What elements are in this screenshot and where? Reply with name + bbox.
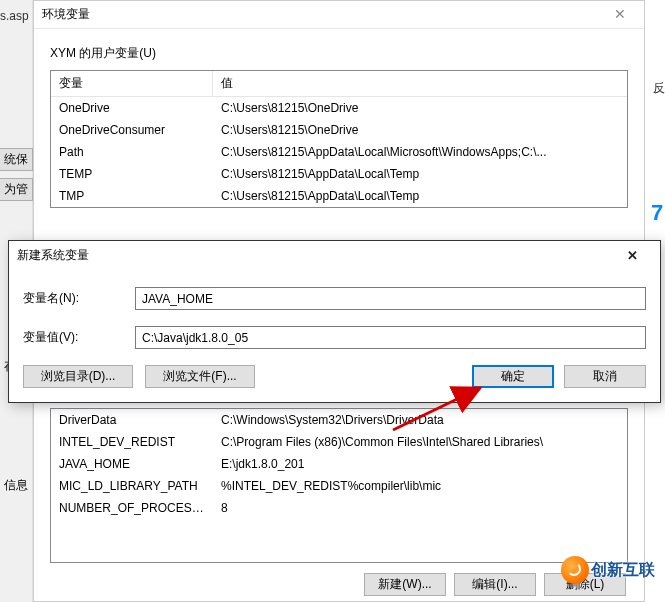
header-value[interactable]: 值 (213, 71, 627, 96)
var-value-label: 变量值(V): (23, 329, 135, 346)
cancel-button[interactable]: 取消 (564, 365, 646, 388)
table-row[interactable]: DriverDataC:\Windows\System32\Drivers\Dr… (51, 409, 627, 431)
env-title: 环境变量 (42, 6, 90, 23)
table-row[interactable]: OneDriveConsumerC:\Users\81215\OneDrive (51, 119, 627, 141)
var-name-input[interactable] (135, 287, 646, 310)
new-var-titlebar: 新建系统变量 ✕ (9, 241, 660, 269)
browse-dir-button[interactable]: 浏览目录(D)... (23, 365, 133, 388)
env-titlebar: 环境变量 ✕ (34, 1, 644, 29)
left-btn-1[interactable]: 统保 (0, 148, 33, 171)
ok-button[interactable]: 确定 (472, 365, 554, 388)
close-icon[interactable]: ✕ (600, 3, 640, 25)
table-row[interactable]: INTEL_DEV_REDISTC:\Program Files (x86)\C… (51, 431, 627, 453)
table-row[interactable]: JAVA_HOMEE:\jdk1.8.0_201 (51, 453, 627, 475)
table-header: 变量 值 (51, 71, 627, 97)
user-vars-table[interactable]: 变量 值 OneDriveC:\Users\81215\OneDrive One… (50, 70, 628, 208)
right-blue-fragment: 7 (651, 200, 665, 220)
table-row[interactable]: TMPC:\Users\81215\AppData\Local\Temp (51, 185, 627, 207)
asp-fragment: s.asp (0, 9, 29, 23)
header-name[interactable]: 变量 (51, 71, 213, 96)
table-row[interactable]: MIC_LD_LIBRARY_PATH%INTEL_DEV_REDIST%com… (51, 475, 627, 497)
user-vars-label: XYM 的用户变量(U) (50, 45, 628, 62)
close-icon[interactable]: ✕ (612, 244, 652, 266)
browse-file-button[interactable]: 浏览文件(F)... (145, 365, 255, 388)
feedback-fragment: 反 (653, 80, 665, 97)
new-system-variable-dialog: 新建系统变量 ✕ 变量名(N): 变量值(V): 浏览目录(D)... 浏览文件… (8, 240, 661, 403)
new-var-title: 新建系统变量 (17, 247, 89, 264)
table-row[interactable]: TEMPC:\Users\81215\AppData\Local\Temp (51, 163, 627, 185)
logo-swirl-icon (561, 556, 589, 584)
left-btn-2[interactable]: 为管 (0, 178, 33, 201)
system-vars-table[interactable]: DriverDataC:\Windows\System32\Drivers\Dr… (50, 408, 628, 563)
logo-watermark: 创新互联 (561, 556, 655, 584)
var-value-input[interactable] (135, 326, 646, 349)
system-buttons-row: 新建(W)... 编辑(I)... 删除(L) (50, 573, 628, 596)
new-button[interactable]: 新建(W)... (364, 573, 446, 596)
logo-text: 创新互联 (591, 560, 655, 581)
table-row[interactable]: PathC:\Users\81215\AppData\Local\Microso… (51, 141, 627, 163)
left-text-4: 信息 (4, 477, 28, 494)
edit-button[interactable]: 编辑(I)... (454, 573, 536, 596)
table-row[interactable]: NUMBER_OF_PROCESSORS8 (51, 497, 627, 519)
var-name-label: 变量名(N): (23, 290, 135, 307)
table-row[interactable]: OneDriveC:\Users\81215\OneDrive (51, 97, 627, 119)
